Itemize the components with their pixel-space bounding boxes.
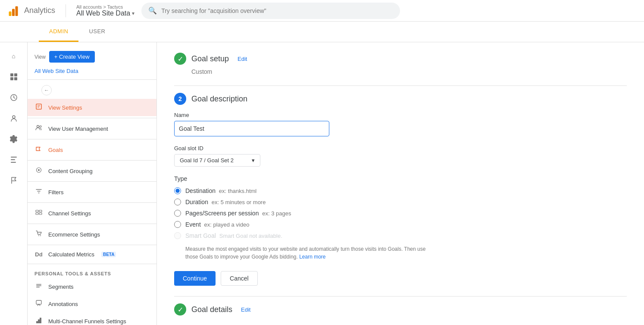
sidebar-item-view-settings[interactable]: View Settings [28,99,156,116]
dashboard-icon[interactable] [5,68,22,85]
sidebar-item-annotations[interactable]: Annotations [28,295,156,312]
smart-goal-label: Smart Goal [185,232,216,239]
account-dropdown-arrow: ▾ [132,10,134,16]
section-divider-1 [174,85,627,86]
segments-icon [34,282,43,291]
continue-button[interactable]: Continue [174,271,216,286]
search-bar: 🔍 [141,3,400,19]
view-label: View [34,54,46,60]
goal-slot-dropdown[interactable]: Goal Id 7 / Goal Set 2 ▾ [174,154,260,167]
tab-admin[interactable]: ADMIN [39,22,78,42]
smart-goal-note: Smart Goal not available. [219,233,282,239]
destination-label: Destination [185,187,216,194]
content-grouping-icon [34,167,43,175]
svg-rect-28 [36,285,41,286]
event-example: ex: played a video [204,221,250,228]
radio-duration: Duration ex: 5 minutes or more [174,199,627,205]
nav-divider-3 [28,139,156,139]
learn-more-link[interactable]: Learn more [299,254,325,260]
pages-screens-label: Pages/Screens per session [185,210,259,217]
goals-icon [34,145,43,154]
pages-screens-radio[interactable] [174,210,181,217]
svg-rect-14 [36,104,41,109]
event-radio[interactable] [174,221,181,228]
multi-channel-icon [34,317,43,325]
clock-icon[interactable] [5,89,22,106]
destination-radio[interactable] [174,187,181,194]
svg-point-25 [38,235,39,236]
sidebar-user-management-label: View User Management [48,126,108,132]
left-panel: View + Create View All Web Site Data ← V… [28,42,157,325]
logo-text: Analytics [24,6,55,15]
account-info: All accounts > Tactycs All Web Site Data… [76,4,134,17]
ecommerce-icon [34,230,43,239]
sidebar-item-view-user-management[interactable]: View User Management [28,120,156,137]
sidebar-annotations-label: Annotations [48,301,78,307]
calculated-metrics-icon: Dd [34,251,43,258]
name-input[interactable] [174,121,329,136]
main-content: ✓ Goal setup Edit Custom 2 Goal descript… [157,42,644,325]
sidebar-item-filters[interactable]: Filters [28,183,156,201]
channel-settings-icon [34,209,43,218]
sidebar-item-channel-settings[interactable]: Channel Settings [28,205,156,222]
goal-description-step-number: 2 [174,93,186,105]
nav-divider-6 [28,202,156,203]
sidebar-item-multi-channel[interactable]: Multi-Channel Funnels Settings [28,312,156,325]
user-management-icon [34,124,43,133]
home-icon[interactable]: ⌂ [5,47,22,65]
search-icon: 🔍 [148,6,157,15]
personal-tools-header: PERSONAL TOOLS & ASSETS [28,266,156,278]
sidebar-multi-channel-label: Multi-Channel Funnels Settings [48,318,126,325]
sidebar-item-segments[interactable]: Segments [28,278,156,295]
collapse-button[interactable]: ← [41,85,52,95]
sidebar-item-content-grouping[interactable]: Content Grouping [28,162,156,180]
goal-setup-section: ✓ Goal setup Edit Custom [174,53,627,75]
goal-details-edit-link[interactable]: Edit [241,306,250,313]
svg-rect-1 [12,9,15,16]
sidebar-item-goals[interactable]: Goals [28,141,156,158]
account-name-dropdown[interactable]: All Web Site Data ▾ [76,9,134,17]
report-icon[interactable] [5,151,22,168]
svg-point-26 [40,235,41,236]
goal-slot-value: Goal Id 7 / Goal Set 2 [180,157,234,164]
svg-rect-32 [38,319,40,323]
event-label: Event [185,221,201,228]
person-icon[interactable] [5,110,22,127]
svg-rect-12 [11,159,15,160]
configure-icon[interactable] [5,130,22,148]
goal-details-section: ✓ Goal details Edit [174,303,627,316]
sidebar-ecommerce-label: Ecommerce Settings [48,231,100,238]
action-buttons: Continue Cancel [174,271,627,286]
view-header: View + Create View [28,47,156,64]
goal-slot-form-group: Goal slot ID Goal Id 7 / Goal Set 2 ▾ [174,145,627,167]
beta-badge: BETA [101,252,116,257]
sidebar-item-calculated-metrics[interactable]: Dd Calculated Metrics BETA [28,247,156,262]
svg-rect-23 [36,213,38,215]
cancel-button[interactable]: Cancel [221,271,258,286]
view-settings-icon [34,103,43,112]
goal-description-form: Name Goal slot ID Goal Id 7 / Goal Set 2… [174,112,627,261]
goal-slot-arrow: ▾ [252,157,255,164]
nav-divider-5 [28,181,156,182]
tab-user[interactable]: USER [78,22,116,42]
sidebar-item-ecommerce-settings[interactable]: Ecommerce Settings [28,226,156,243]
goal-description-title-row: 2 Goal description [174,93,627,105]
goal-setup-title: Goal setup [191,54,229,63]
flag-icon[interactable] [5,172,22,189]
svg-rect-31 [36,321,38,323]
nav-divider-2 [28,118,156,118]
nav-divider-7 [28,224,156,224]
nav-tabs: ADMIN USER [0,22,644,42]
sidebar-filters-label: Filters [48,189,63,196]
goal-setup-check-icon: ✓ [174,53,186,65]
goal-description-section: 2 Goal description Name Goal slot ID Goa… [174,93,627,286]
create-view-button[interactable]: + Create View [49,51,95,63]
destination-example: ex: thanks.html [219,188,256,194]
svg-point-18 [40,126,41,127]
search-input[interactable] [161,7,393,14]
duration-radio[interactable] [174,199,181,205]
annotations-icon [34,300,43,308]
svg-point-17 [37,126,39,128]
goal-setup-edit-link[interactable]: Edit [238,56,247,62]
svg-rect-0 [9,11,12,16]
